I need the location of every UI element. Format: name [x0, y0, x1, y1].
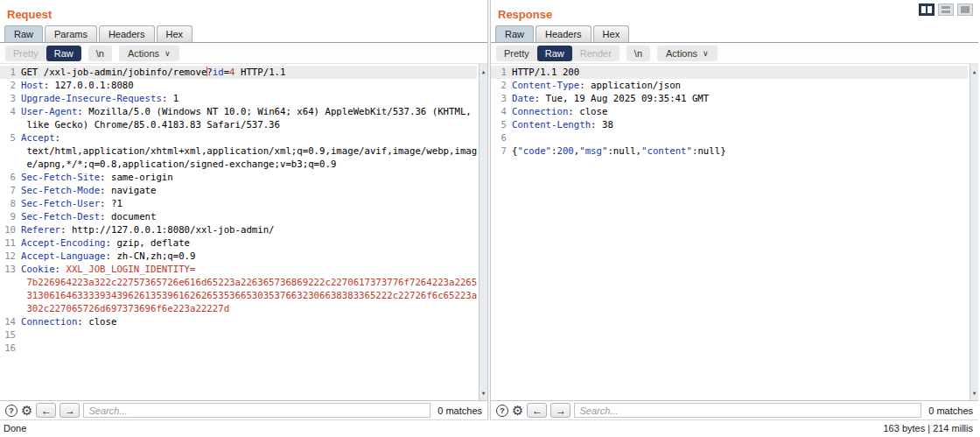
- editor-line: 16: [0, 342, 477, 355]
- editor-line: 2Content-Type: application/json: [491, 79, 968, 92]
- line-text: Sec-Fetch-Site: same-origin: [21, 171, 173, 184]
- request-format-group: Pretty Raw: [5, 46, 81, 61]
- pretty-button[interactable]: Pretty: [496, 46, 537, 61]
- response-format-group: Pretty Raw Render: [496, 46, 620, 61]
- tab-hex[interactable]: Hex: [157, 25, 193, 42]
- line-text: e/apng,*/*;q=0.8,application/signed-exch…: [21, 158, 336, 171]
- actions-label: Actions: [128, 48, 159, 59]
- editor-line: 1GET /xxl-job-admin/jobinfo/remove?id=4 …: [0, 66, 477, 79]
- scroll-up-icon[interactable]: ▲: [973, 64, 976, 79]
- line-number: 10: [0, 223, 21, 236]
- tab-raw[interactable]: Raw: [4, 25, 43, 42]
- raw-button[interactable]: Raw: [537, 46, 572, 61]
- request-tabs: Raw Params Headers Hex: [0, 24, 487, 43]
- columns-view-icon[interactable]: [919, 4, 934, 16]
- line-text: {"code":200,"msg":null,"content":null}: [512, 144, 726, 158]
- scroll-down-icon[interactable]: ▼: [973, 385, 976, 400]
- newline-toggle-button[interactable]: \n: [88, 46, 112, 61]
- line-text: Content-Type: application/json: [512, 79, 681, 92]
- editor-line: text/html,application/xhtml+xml,applicat…: [0, 144, 477, 158]
- line-text: GET /xxl-job-admin/jobinfo/remove?id=4 H…: [21, 66, 285, 79]
- line-number: 6: [0, 171, 21, 184]
- scroll-down-icon[interactable]: ▼: [482, 385, 486, 400]
- editor-line: 6Sec-Fetch-Site: same-origin: [0, 171, 477, 184]
- line-number: [0, 118, 21, 131]
- editor-line: 11Accept-Encoding: gzip, deflate: [0, 236, 477, 250]
- line-text: Accept-Language: zh-CN,zh;q=0.9: [21, 250, 195, 263]
- response-search-bar: ? ⚙ ← → 0 matches: [491, 400, 978, 419]
- line-number: 2: [491, 79, 512, 92]
- request-scrollbar[interactable]: ▲ ▼: [479, 64, 487, 400]
- help-icon[interactable]: ?: [496, 405, 508, 417]
- line-text: Sec-Fetch-Mode: navigate: [21, 184, 156, 197]
- tab-hex[interactable]: Hex: [593, 25, 630, 42]
- tab-headers[interactable]: Headers: [536, 25, 592, 42]
- editor-line: 3Upgrade-Insecure-Requests: 1: [0, 92, 477, 105]
- response-search-input[interactable]: [574, 403, 921, 418]
- editor-line: 8Sec-Fetch-User: ?1: [0, 197, 477, 210]
- actions-label: Actions: [666, 48, 697, 59]
- line-text: like Gecko) Chrome/85.0.4183.83 Safari/5…: [21, 118, 280, 131]
- previous-match-button[interactable]: ←: [36, 403, 56, 418]
- line-text: Host: 127.0.0.1:8080: [21, 79, 134, 92]
- single-view-icon[interactable]: [957, 4, 973, 16]
- line-number: [0, 302, 21, 315]
- render-button[interactable]: Render: [572, 46, 620, 61]
- line-text: Connection: close: [512, 105, 607, 118]
- line-number: 7: [0, 184, 21, 197]
- next-match-button[interactable]: →: [550, 403, 570, 418]
- line-number: [0, 158, 21, 171]
- previous-match-button[interactable]: ←: [527, 403, 547, 418]
- line-text: Upgrade-Insecure-Requests: 1: [21, 92, 178, 105]
- message-panels: Request Raw Params Headers Hex Pretty Ra…: [0, 0, 980, 420]
- raw-button[interactable]: Raw: [46, 46, 81, 61]
- line-number: 3: [491, 92, 512, 105]
- line-number: 8: [0, 197, 21, 210]
- status-message: Done: [4, 423, 26, 433]
- response-scrollbar[interactable]: ▲ ▼: [970, 64, 978, 400]
- request-toolbar: Pretty Raw \n Actions ∨: [0, 43, 487, 64]
- response-toolbar: Pretty Raw Render \n Actions ∨: [491, 43, 978, 64]
- status-bar: Done 163 bytes | 214 millis: [0, 420, 980, 437]
- scroll-up-icon[interactable]: ▲: [482, 64, 486, 79]
- editor-line: 7{"code":200,"msg":null,"content":null}: [491, 144, 968, 158]
- tab-headers[interactable]: Headers: [99, 25, 155, 42]
- editor-line: 13Cookie: XXL_JOB_LOGIN_IDENTITY=: [0, 263, 477, 276]
- tab-params[interactable]: Params: [45, 25, 97, 42]
- request-editor-lines: 1GET /xxl-job-admin/jobinfo/remove?id=4 …: [0, 66, 477, 355]
- line-number: 3: [0, 92, 21, 105]
- next-match-button[interactable]: →: [60, 403, 80, 418]
- line-number: 7: [491, 144, 512, 158]
- help-icon[interactable]: ?: [5, 405, 18, 417]
- request-search-bar: ? ⚙ ← → 0 matches: [0, 400, 487, 419]
- editor-line: 3130616463333934396261353961626265353665…: [0, 289, 477, 302]
- line-number: 14: [0, 315, 21, 328]
- request-editor[interactable]: 1GET /xxl-job-admin/jobinfo/remove?id=4 …: [0, 64, 487, 400]
- tab-raw[interactable]: Raw: [495, 25, 534, 42]
- gear-icon[interactable]: ⚙: [21, 405, 32, 417]
- editor-line: 5Content-Length: 38: [491, 118, 968, 131]
- line-number: 9: [0, 210, 21, 223]
- editor-line: 12Accept-Language: zh-CN,zh;q=0.9: [0, 250, 477, 263]
- line-text: 302c227065726d697373696f6e223a22227d: [21, 302, 229, 315]
- arrow-left-icon: ←: [41, 405, 52, 417]
- request-search-input[interactable]: [83, 403, 430, 418]
- editor-line: 1HTTP/1.1 200: [491, 66, 968, 79]
- newline-toggle-button[interactable]: \n: [626, 46, 650, 61]
- editor-line: 5Accept:: [0, 131, 477, 144]
- rows-view-icon[interactable]: [938, 4, 954, 16]
- editor-line: 7b226964223a322c22757365726e616d65223a22…: [0, 276, 477, 289]
- gear-icon[interactable]: ⚙: [512, 405, 523, 417]
- editor-line: 9Sec-Fetch-Dest: document: [0, 210, 477, 223]
- actions-button[interactable]: Actions ∨: [119, 46, 179, 61]
- pretty-button[interactable]: Pretty: [5, 46, 46, 61]
- editor-line: 302c227065726d697373696f6e223a22227d: [0, 302, 477, 315]
- line-text: Sec-Fetch-User: ?1: [21, 197, 122, 210]
- view-layout-buttons: [919, 4, 973, 16]
- request-panel: Request Raw Params Headers Hex Pretty Ra…: [0, 0, 488, 420]
- burp-repeater-window: Request Raw Params Headers Hex Pretty Ra…: [0, 0, 980, 437]
- actions-button[interactable]: Actions ∨: [657, 46, 718, 61]
- response-editor[interactable]: 1HTTP/1.1 2002Content-Type: application/…: [491, 64, 978, 400]
- editor-line: 3Date: Tue, 19 Aug 2025 09:35:41 GMT: [491, 92, 968, 105]
- line-text: HTTP/1.1 200: [512, 66, 579, 79]
